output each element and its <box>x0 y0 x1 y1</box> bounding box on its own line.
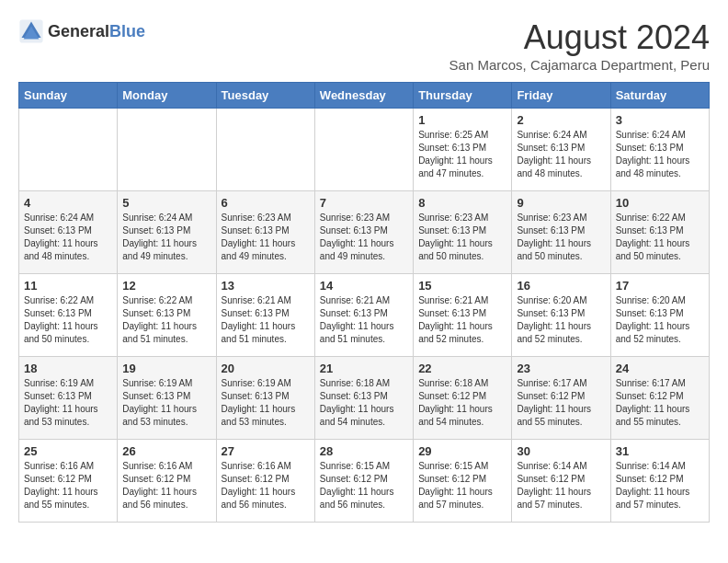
cell-content: Sunrise: 6:23 AM Sunset: 6:13 PM Dayligh… <box>222 212 310 263</box>
calendar-header: SundayMondayTuesdayWednesdayThursdayFrid… <box>19 83 710 109</box>
subtitle: San Marcos, Cajamarca Department, Peru <box>449 57 710 73</box>
day-number: 27 <box>222 444 310 458</box>
cell-0-3 <box>314 109 413 191</box>
week-row-2: 4Sunrise: 6:24 AM Sunset: 6:13 PM Daylig… <box>19 191 710 274</box>
calendar-body: 1Sunrise: 6:25 AM Sunset: 6:13 PM Daylig… <box>19 109 710 523</box>
logo-blue: Blue <box>109 22 145 40</box>
cell-content: Sunrise: 6:18 AM Sunset: 6:13 PM Dayligh… <box>320 377 408 429</box>
day-number: 16 <box>517 279 605 293</box>
cell-1-2: 6Sunrise: 6:23 AM Sunset: 6:13 PM Daylig… <box>216 191 314 274</box>
header-wednesday: Wednesday <box>314 83 413 109</box>
cell-content: Sunrise: 6:17 AM Sunset: 6:12 PM Dayligh… <box>616 377 704 429</box>
week-row-4: 18Sunrise: 6:19 AM Sunset: 6:13 PM Dayli… <box>19 357 710 440</box>
cell-1-3: 7Sunrise: 6:23 AM Sunset: 6:13 PM Daylig… <box>314 191 413 274</box>
cell-3-2: 20Sunrise: 6:19 AM Sunset: 6:13 PM Dayli… <box>216 357 314 440</box>
cell-2-2: 13Sunrise: 6:21 AM Sunset: 6:13 PM Dayli… <box>216 274 314 357</box>
week-row-5: 25Sunrise: 6:16 AM Sunset: 6:12 PM Dayli… <box>19 440 710 523</box>
week-row-3: 11Sunrise: 6:22 AM Sunset: 6:13 PM Dayli… <box>19 274 710 357</box>
cell-0-6: 3Sunrise: 6:24 AM Sunset: 6:13 PM Daylig… <box>610 109 709 191</box>
cell-0-0 <box>19 109 118 191</box>
header-row: SundayMondayTuesdayWednesdayThursdayFrid… <box>19 83 710 109</box>
day-number: 5 <box>122 196 210 210</box>
cell-content: Sunrise: 6:24 AM Sunset: 6:13 PM Dayligh… <box>517 129 605 180</box>
cell-content: Sunrise: 6:23 AM Sunset: 6:13 PM Dayligh… <box>517 212 605 263</box>
cell-4-0: 25Sunrise: 6:16 AM Sunset: 6:12 PM Dayli… <box>19 440 118 523</box>
cell-3-1: 19Sunrise: 6:19 AM Sunset: 6:13 PM Dayli… <box>118 357 216 440</box>
cell-content: Sunrise: 6:23 AM Sunset: 6:13 PM Dayligh… <box>320 212 408 263</box>
day-number: 25 <box>24 444 112 458</box>
cell-content: Sunrise: 6:24 AM Sunset: 6:13 PM Dayligh… <box>616 129 704 180</box>
header-saturday: Saturday <box>610 83 709 109</box>
day-number: 21 <box>320 362 408 375</box>
day-number: 3 <box>616 113 704 127</box>
cell-content: Sunrise: 6:17 AM Sunset: 6:12 PM Dayligh… <box>517 377 605 429</box>
day-number: 1 <box>418 113 506 127</box>
day-number: 13 <box>222 279 310 293</box>
day-number: 8 <box>418 196 506 210</box>
day-number: 12 <box>122 279 210 293</box>
cell-4-1: 26Sunrise: 6:16 AM Sunset: 6:12 PM Dayli… <box>118 440 216 523</box>
cell-0-5: 2Sunrise: 6:24 AM Sunset: 6:13 PM Daylig… <box>512 109 610 191</box>
cell-0-1 <box>118 109 216 191</box>
header-tuesday: Tuesday <box>216 83 314 109</box>
cell-content: Sunrise: 6:18 AM Sunset: 6:12 PM Dayligh… <box>418 377 506 429</box>
cell-4-6: 31Sunrise: 6:14 AM Sunset: 6:12 PM Dayli… <box>610 440 709 523</box>
cell-content: Sunrise: 6:16 AM Sunset: 6:12 PM Dayligh… <box>222 460 310 511</box>
cell-content: Sunrise: 6:19 AM Sunset: 6:13 PM Dayligh… <box>122 377 210 429</box>
main-title: August 2024 <box>449 18 710 57</box>
calendar-table: SundayMondayTuesdayWednesdayThursdayFrid… <box>18 82 710 523</box>
header: GeneralBlue August 2024 San Marcos, Caja… <box>18 18 710 73</box>
cell-content: Sunrise: 6:19 AM Sunset: 6:13 PM Dayligh… <box>24 377 112 429</box>
cell-1-1: 5Sunrise: 6:24 AM Sunset: 6:13 PM Daylig… <box>118 191 216 274</box>
day-number: 26 <box>122 444 210 458</box>
cell-content: Sunrise: 6:24 AM Sunset: 6:13 PM Dayligh… <box>122 212 210 263</box>
cell-content: Sunrise: 6:14 AM Sunset: 6:12 PM Dayligh… <box>517 460 605 511</box>
cell-content: Sunrise: 6:22 AM Sunset: 6:13 PM Dayligh… <box>122 294 210 346</box>
cell-3-6: 24Sunrise: 6:17 AM Sunset: 6:12 PM Dayli… <box>610 357 709 440</box>
cell-2-3: 14Sunrise: 6:21 AM Sunset: 6:13 PM Dayli… <box>314 274 413 357</box>
cell-content: Sunrise: 6:23 AM Sunset: 6:13 PM Dayligh… <box>418 212 506 263</box>
cell-1-0: 4Sunrise: 6:24 AM Sunset: 6:13 PM Daylig… <box>19 191 118 274</box>
cell-2-4: 15Sunrise: 6:21 AM Sunset: 6:13 PM Dayli… <box>414 274 512 357</box>
logo-icon <box>18 18 44 44</box>
cell-content: Sunrise: 6:21 AM Sunset: 6:13 PM Dayligh… <box>418 294 506 346</box>
header-sunday: Sunday <box>19 83 118 109</box>
day-number: 2 <box>517 113 605 127</box>
cell-content: Sunrise: 6:14 AM Sunset: 6:12 PM Dayligh… <box>616 460 704 511</box>
cell-content: Sunrise: 6:24 AM Sunset: 6:13 PM Dayligh… <box>24 212 112 263</box>
day-number: 20 <box>222 362 310 375</box>
logo-text: GeneralBlue <box>48 22 145 41</box>
cell-4-4: 29Sunrise: 6:15 AM Sunset: 6:12 PM Dayli… <box>414 440 512 523</box>
day-number: 18 <box>24 362 112 375</box>
week-row-1: 1Sunrise: 6:25 AM Sunset: 6:13 PM Daylig… <box>19 109 710 191</box>
day-number: 28 <box>320 444 408 458</box>
day-number: 19 <box>122 362 210 375</box>
cell-3-5: 23Sunrise: 6:17 AM Sunset: 6:12 PM Dayli… <box>512 357 610 440</box>
cell-3-0: 18Sunrise: 6:19 AM Sunset: 6:13 PM Dayli… <box>19 357 118 440</box>
cell-4-2: 27Sunrise: 6:16 AM Sunset: 6:12 PM Dayli… <box>216 440 314 523</box>
day-number: 29 <box>418 444 506 458</box>
cell-4-3: 28Sunrise: 6:15 AM Sunset: 6:12 PM Dayli… <box>314 440 413 523</box>
day-number: 14 <box>320 279 408 293</box>
cell-content: Sunrise: 6:20 AM Sunset: 6:13 PM Dayligh… <box>616 294 704 346</box>
cell-1-5: 9Sunrise: 6:23 AM Sunset: 6:13 PM Daylig… <box>512 191 610 274</box>
cell-2-6: 17Sunrise: 6:20 AM Sunset: 6:13 PM Dayli… <box>610 274 709 357</box>
day-number: 11 <box>24 279 112 293</box>
cell-content: Sunrise: 6:15 AM Sunset: 6:12 PM Dayligh… <box>418 460 506 511</box>
cell-0-2 <box>216 109 314 191</box>
cell-3-4: 22Sunrise: 6:18 AM Sunset: 6:12 PM Dayli… <box>414 357 512 440</box>
cell-1-4: 8Sunrise: 6:23 AM Sunset: 6:13 PM Daylig… <box>414 191 512 274</box>
day-number: 31 <box>616 444 704 458</box>
cell-content: Sunrise: 6:21 AM Sunset: 6:13 PM Dayligh… <box>320 294 408 346</box>
day-number: 9 <box>517 196 605 210</box>
header-friday: Friday <box>512 83 610 109</box>
day-number: 7 <box>320 196 408 210</box>
cell-content: Sunrise: 6:25 AM Sunset: 6:13 PM Dayligh… <box>418 129 506 180</box>
logo-general: General <box>48 22 109 40</box>
logo: GeneralBlue <box>18 18 145 44</box>
cell-content: Sunrise: 6:20 AM Sunset: 6:13 PM Dayligh… <box>517 294 605 346</box>
day-number: 4 <box>24 196 112 210</box>
header-thursday: Thursday <box>414 83 512 109</box>
cell-3-3: 21Sunrise: 6:18 AM Sunset: 6:13 PM Dayli… <box>314 357 413 440</box>
day-number: 15 <box>418 279 506 293</box>
